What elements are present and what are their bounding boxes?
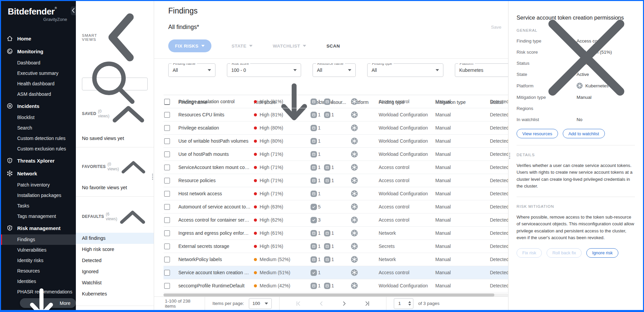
fix-risks-button[interactable]: FIX RISKS (168, 39, 211, 52)
resource-count-label: 1 (331, 244, 334, 249)
finding-name-cell: Automount of service account token (178, 204, 254, 209)
table-row[interactable]: ServiceAccount token mount controlHigh (… (164, 161, 508, 174)
row-checkbox[interactable] (164, 99, 170, 105)
state-button[interactable]: STATE (232, 44, 253, 49)
row-checkbox[interactable] (164, 178, 170, 183)
kubernetes-icon (351, 190, 358, 197)
chevron-up-icon (117, 205, 148, 229)
table-row[interactable]: Privilege escalationHigh (80%)1Workload … (164, 121, 508, 135)
toolbar-button-label: FIX RISKS (175, 44, 199, 49)
sidebar-item-custom-exclusion-rules[interactable]: Custom exclusion rules (1, 144, 76, 154)
row-checkbox[interactable] (164, 270, 170, 276)
sidebar-item-executive-summary[interactable]: Executive summary (1, 68, 76, 79)
close-icon[interactable] (536, 6, 637, 109)
sidebar-item-installation-packages[interactable]: Installation packages (1, 190, 76, 201)
per-page-select[interactable]: 100 (249, 298, 272, 309)
sidebar-item-resources[interactable]: Resources (1, 266, 76, 276)
view-item-ignored[interactable]: Ignored (76, 266, 154, 277)
row-checkbox[interactable] (164, 283, 170, 289)
sidebar-item-health-dashboard[interactable]: Health dashboard (1, 79, 76, 89)
table-row[interactable]: Resources CPU limitsHigh (81%)11Workload… (164, 108, 508, 121)
table-row[interactable]: External secrets storageHigh (61%)11Secr… (164, 240, 508, 253)
view-resources-button[interactable]: View resources (517, 129, 558, 138)
table-row[interactable]: seccompProfile RuntimeDefaultMedium (42%… (164, 279, 508, 292)
filter-risk-score[interactable]: Risk score100 - 0 (227, 63, 301, 77)
sidebar-item-dashboard[interactable]: Dashboard (1, 58, 76, 68)
filter-resource-name[interactable]: Resource nameAll (313, 63, 356, 77)
page-last-button[interactable] (364, 301, 370, 306)
table-row[interactable]: Privilege escalation controlHigh (81%)11… (164, 95, 508, 108)
page-number-input[interactable]: 1 (394, 298, 413, 309)
ignore-risk-button[interactable]: Ignore risk (586, 248, 618, 258)
mitigation-text: Where possible, remove access to the tok… (517, 214, 635, 242)
sidebar-item-vulnerabilities[interactable]: Vulnerabilities (1, 245, 76, 255)
table-row[interactable]: Host network accessHigh (71%)1Workload C… (164, 187, 508, 200)
finding-detail-panel: Service account token creation permissio… (508, 1, 643, 310)
view-item-kubernetes[interactable]: Kubernetes (76, 288, 154, 300)
row-checkbox[interactable] (164, 165, 170, 170)
sidebar-item-findings[interactable]: Findings (1, 234, 76, 245)
finding-name-cell: External secrets storage (178, 244, 254, 249)
view-item-all-findings[interactable]: All findings (76, 233, 154, 244)
spin-down-icon[interactable] (408, 304, 411, 306)
add-to-watchlist-button[interactable]: Add to watchlist (563, 129, 605, 138)
views-section-header-favorites[interactable]: FAVORITES(0 views) (82, 155, 148, 178)
filter-platform[interactable]: PlatformKubernetes (455, 63, 508, 77)
filter-finding-type[interactable]: Finding typeAll (367, 63, 443, 77)
sidebar-item-identities[interactable]: Identities (1, 276, 76, 287)
table-row[interactable]: Service account token creation perm...Me… (164, 266, 508, 279)
sidebar-collapse-button[interactable] (71, 6, 76, 15)
scan-button[interactable]: SCAN (326, 44, 340, 49)
save-view-button[interactable]: Save (491, 25, 501, 30)
row-checkbox[interactable] (164, 125, 170, 131)
row-checkbox[interactable] (164, 244, 170, 249)
sidebar-item-blocklist[interactable]: Blocklist (1, 112, 76, 123)
table-row[interactable]: Access control for container service ...… (164, 214, 508, 227)
table-row[interactable]: Use of writable hostPath volumesHigh (80… (164, 135, 508, 148)
sidebar-item-home[interactable]: Home (1, 32, 76, 45)
sidebar-item-custom-detection-rules[interactable]: Custom detection rules (1, 133, 76, 144)
affected-resources-cell: 11 (311, 283, 351, 289)
sidebar-item-asm-dashboard[interactable]: ASM dashboard (1, 89, 76, 100)
row-checkbox[interactable] (164, 204, 170, 210)
views-section-header-defaults[interactable]: DEFAULTS(6 views) (82, 205, 148, 229)
page-prev-button (319, 301, 324, 306)
view-item-high-risk-score[interactable]: High risk score (76, 244, 154, 255)
sidebar-item-incidents[interactable]: Incidents (1, 100, 76, 112)
table-row[interactable]: Automount of service account tokenHigh (… (164, 200, 508, 214)
sidebar-item-threats-xplorer[interactable]: Threats Xplorer (1, 154, 76, 167)
panel-resize-handle[interactable] (152, 174, 153, 180)
row-checkbox[interactable] (164, 112, 170, 118)
sidebar-item-risk-management[interactable]: Risk management (1, 222, 76, 234)
sidebar-item-patch-inventory[interactable]: Patch inventory (1, 180, 76, 190)
sidebar-item-network[interactable]: Network (1, 167, 76, 180)
row-checkbox[interactable] (164, 138, 170, 144)
sidebar-item-tags-management[interactable]: Tags management (1, 211, 76, 222)
view-item-detected[interactable]: Detected (76, 255, 154, 266)
sidebar-item-identity-risks[interactable]: Identity risks (1, 255, 76, 266)
sidebar-item-monitoring[interactable]: Monitoring (1, 45, 76, 58)
table-row[interactable]: NetworkPolicy labelsMedium (52%)11Networ… (164, 253, 508, 266)
view-item-watchlist[interactable]: Watchlist (76, 277, 154, 288)
risk-score-cell: High (61%) (254, 244, 311, 249)
page-next-button[interactable] (342, 301, 347, 306)
row-checkbox[interactable] (164, 217, 170, 223)
table-row[interactable]: Ingress and egress policy enforcem...Hig… (164, 227, 508, 240)
row-checkbox[interactable] (164, 257, 170, 262)
row-checkbox[interactable] (164, 191, 170, 197)
filter-finding-name[interactable]: Finding nameAll (168, 63, 215, 77)
row-checkbox[interactable] (164, 151, 170, 157)
status-cell: Detected (490, 112, 508, 117)
sidebar-more-button[interactable]: More (20, 298, 76, 308)
sidebar-item-tasks[interactable]: Tasks (1, 201, 76, 211)
table-row[interactable]: Use of hostPath mountsHigh (71%)1Workloa… (164, 148, 508, 161)
table-row[interactable]: Resource policiesHigh (71%)11Access cont… (164, 174, 508, 187)
spin-up-icon[interactable] (408, 301, 411, 303)
sidebar-item-search[interactable]: Search (1, 123, 76, 133)
resource-count-label: 1 (318, 112, 321, 117)
panel-resize-handle[interactable] (509, 153, 510, 159)
row-checkbox[interactable] (164, 230, 170, 236)
watchlist-button[interactable]: WATCHLIST (273, 44, 306, 49)
actions-toolbar: FIX RISKSSTATEWATCHLISTSCAN (168, 39, 508, 52)
scrollbar-thumb[interactable] (164, 293, 494, 296)
